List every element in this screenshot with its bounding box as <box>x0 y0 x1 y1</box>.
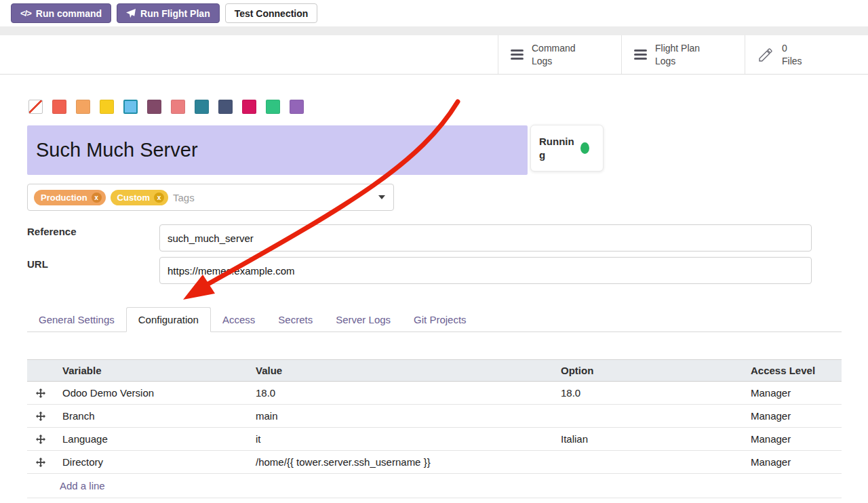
cell-variable[interactable]: Language <box>54 433 248 445</box>
run-flight-plan-label: Run Flight Plan <box>140 8 210 19</box>
tags-field[interactable]: Production x Custom x Tags <box>27 184 394 211</box>
tab-access[interactable]: Access <box>211 307 267 331</box>
tag-production[interactable]: Production x <box>34 190 106 205</box>
stat-buttons: Command Logs Flight Plan Logs 0 Files <box>498 35 868 74</box>
color-swatch-10[interactable] <box>266 100 280 114</box>
url-input[interactable]: https://memes.example.com <box>159 257 812 284</box>
table-header-row: Variable Value Option Access Level <box>27 359 842 382</box>
tag-custom-label: Custom <box>117 193 150 203</box>
server-name-text: Such Much Server <box>36 139 198 161</box>
table-row[interactable]: Language it Italian Manager <box>27 428 842 451</box>
cell-variable[interactable]: Odoo Demo Version <box>54 387 248 399</box>
top-toolbar: </> Run command Run Flight Plan Test Con… <box>11 3 317 23</box>
run-command-button[interactable]: </> Run command <box>11 3 111 23</box>
cell-value[interactable]: main <box>248 410 553 422</box>
color-swatch-4[interactable] <box>123 100 138 114</box>
code-icon: </> <box>20 8 31 18</box>
cell-access[interactable]: Manager <box>743 456 842 468</box>
col-value: Value <box>248 365 553 376</box>
list-icon <box>634 49 647 60</box>
color-swatch-2[interactable] <box>76 100 90 114</box>
color-palette <box>28 100 304 114</box>
cell-access[interactable]: Manager <box>743 433 842 445</box>
table-row[interactable]: Directory /home/{{ tower.server.ssh_user… <box>27 451 842 474</box>
reference-label: Reference <box>27 226 77 237</box>
tab-configuration[interactable]: Configuration <box>126 307 211 332</box>
drag-handle-icon[interactable] <box>27 435 54 444</box>
dropdown-caret-icon[interactable] <box>378 195 385 199</box>
color-swatch-3[interactable] <box>100 100 114 114</box>
files-label-wrap: 0 Files <box>782 42 802 66</box>
run-command-label: Run command <box>36 8 102 19</box>
add-a-line-link[interactable]: Add a line <box>60 480 105 491</box>
variables-table: Variable Value Option Access Level Odoo … <box>27 359 842 498</box>
cell-value[interactable]: /home/{{ tower.server.ssh_username }} <box>248 456 553 468</box>
color-swatch-7[interactable] <box>195 100 209 114</box>
tag-remove-icon[interactable]: x <box>92 193 102 203</box>
status-widget[interactable]: Running <box>530 125 604 172</box>
command-logs-label: Command Logs <box>532 42 587 66</box>
status-label: Running <box>539 135 574 161</box>
url-label: URL <box>27 258 48 270</box>
tag-production-label: Production <box>41 193 87 203</box>
notebook-tabs: General Settings Configuration Access Se… <box>27 307 842 332</box>
cell-variable[interactable]: Directory <box>54 456 248 468</box>
files-count: 0 <box>782 42 802 54</box>
color-swatch-9[interactable] <box>242 100 256 114</box>
color-swatch-5[interactable] <box>147 100 161 114</box>
add-line-row: Add a line <box>27 474 842 498</box>
flight-plan-logs-button[interactable]: Flight Plan Logs <box>621 35 745 74</box>
status-dot <box>580 142 589 154</box>
files-button[interactable]: 0 Files <box>745 35 868 74</box>
page-header: Command Logs Flight Plan Logs 0 Files <box>0 35 868 75</box>
reference-value: such_much_server <box>167 233 254 244</box>
plane-icon <box>126 9 136 18</box>
test-connection-label: Test Connection <box>235 8 309 19</box>
color-swatch-8[interactable] <box>218 100 233 114</box>
tags-placeholder: Tags <box>173 192 195 203</box>
list-icon <box>511 49 524 60</box>
color-swatch-6[interactable] <box>171 100 185 114</box>
url-value: https://memes.example.com <box>167 265 295 277</box>
cell-access[interactable]: Manager <box>743 410 842 422</box>
tag-remove-icon[interactable]: x <box>154 193 164 203</box>
cell-value[interactable]: it <box>248 433 553 445</box>
page-divider-strip <box>0 26 868 35</box>
cell-option[interactable]: 18.0 <box>553 387 743 399</box>
drag-handle-icon[interactable] <box>27 388 54 398</box>
color-swatch-11[interactable] <box>290 100 304 114</box>
reference-input[interactable]: such_much_server <box>159 224 812 252</box>
tab-general-settings[interactable]: General Settings <box>27 307 126 331</box>
tab-secrets[interactable]: Secrets <box>267 307 324 331</box>
flight-plan-logs-label: Flight Plan Logs <box>655 42 711 66</box>
col-access-level: Access Level <box>743 365 842 376</box>
test-connection-button[interactable]: Test Connection <box>225 3 318 23</box>
color-swatch-1[interactable] <box>52 100 66 114</box>
cell-access[interactable]: Manager <box>743 387 842 399</box>
col-option: Option <box>553 365 743 376</box>
edit-icon <box>757 47 774 63</box>
no-color-swatch[interactable] <box>28 100 43 114</box>
table-row[interactable]: Branch main Manager <box>27 405 842 428</box>
col-variable: Variable <box>54 365 248 376</box>
drag-handle-icon[interactable] <box>27 458 54 467</box>
drag-handle-icon[interactable] <box>27 411 54 421</box>
cell-option[interactable]: Italian <box>553 433 743 445</box>
tag-custom[interactable]: Custom x <box>111 190 168 205</box>
server-name-input[interactable]: Such Much Server <box>27 125 528 175</box>
cell-value[interactable]: 18.0 <box>248 387 553 399</box>
run-flight-plan-button[interactable]: Run Flight Plan <box>117 3 220 23</box>
table-row[interactable]: Odoo Demo Version 18.0 18.0 Manager <box>27 382 842 405</box>
tab-server-logs[interactable]: Server Logs <box>324 307 402 331</box>
tab-git-projects[interactable]: Git Projects <box>402 307 478 331</box>
cell-variable[interactable]: Branch <box>54 410 248 422</box>
files-label: Files <box>782 55 802 67</box>
command-logs-button[interactable]: Command Logs <box>498 35 621 74</box>
